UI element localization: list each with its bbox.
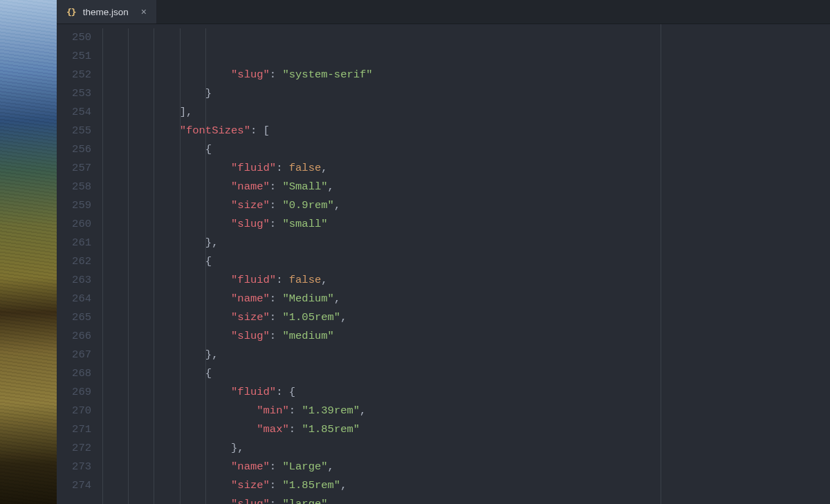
line-number: 258: [57, 178, 102, 196]
code-line[interactable]: {: [102, 364, 830, 383]
code-line[interactable]: "name": "Small",: [102, 178, 830, 196]
code-line[interactable]: "slug": "large": [102, 495, 830, 504]
editor-pane: {} theme.json × 250251252253254255256257…: [57, 0, 830, 504]
line-number: 274: [57, 476, 102, 495]
code-line[interactable]: },: [102, 439, 830, 458]
tab-bar: {} theme.json ×: [57, 0, 830, 24]
line-number: 272: [57, 439, 102, 458]
code-line[interactable]: },: [102, 234, 830, 252]
code-line[interactable]: "fluid": {: [102, 383, 830, 402]
app-root: {} theme.json × 250251252253254255256257…: [0, 0, 830, 504]
code-area[interactable]: 2502512522532542552562572582592602612622…: [57, 24, 830, 504]
code-line[interactable]: }: [102, 84, 830, 103]
line-number: 255: [57, 122, 102, 140]
line-number: 253: [57, 84, 102, 103]
line-number: 251: [57, 47, 102, 66]
desktop-wallpaper-strip: [0, 0, 57, 504]
line-number: 260: [57, 215, 102, 234]
code-line[interactable]: ],: [102, 103, 830, 122]
code-line[interactable]: "slug": "system-serif": [102, 66, 830, 84]
code-line[interactable]: "size": "1.85rem",: [102, 476, 830, 495]
tab-theme-json[interactable]: {} theme.json ×: [57, 0, 157, 24]
close-icon[interactable]: ×: [141, 6, 147, 17]
line-number: 270: [57, 402, 102, 420]
code-line[interactable]: "name": "Large",: [102, 458, 830, 476]
line-number: 262: [57, 252, 102, 271]
line-number: 250: [57, 28, 102, 47]
code-line[interactable]: "fluid": false,: [102, 271, 830, 290]
line-number: 252: [57, 66, 102, 84]
code-line[interactable]: {: [102, 252, 830, 271]
code-line[interactable]: },: [102, 346, 830, 364]
line-number: 257: [57, 159, 102, 178]
line-number: 267: [57, 346, 102, 364]
line-number: 273: [57, 458, 102, 476]
code-line[interactable]: "name": "Medium",: [102, 290, 830, 308]
code-line[interactable]: "fluid": false,: [102, 159, 830, 178]
code-line[interactable]: "min": "1.39rem",: [102, 402, 830, 420]
line-number: 259: [57, 196, 102, 215]
line-number: 256: [57, 140, 102, 159]
code-line[interactable]: "size": "0.9rem",: [102, 196, 830, 215]
code-content[interactable]: "slug": "system-serif" } ], "fontSizes":…: [102, 24, 830, 504]
line-number: 261: [57, 234, 102, 252]
code-line[interactable]: "slug": "medium": [102, 327, 830, 346]
code-line[interactable]: "fontSizes": [: [102, 122, 830, 140]
code-line[interactable]: "slug": "small": [102, 215, 830, 234]
line-number: 269: [57, 383, 102, 402]
json-file-icon: {}: [66, 7, 76, 17]
line-number: 268: [57, 364, 102, 383]
right-margin-ruler: [661, 24, 661, 504]
line-number: 265: [57, 308, 102, 327]
line-number-gutter: 2502512522532542552562572582592602612622…: [57, 24, 102, 504]
line-number: 264: [57, 290, 102, 308]
line-number: 263: [57, 271, 102, 290]
code-line[interactable]: "max": "1.85rem": [102, 420, 830, 439]
code-line[interactable]: {: [102, 140, 830, 159]
line-number: 266: [57, 327, 102, 346]
tab-filename: theme.json: [83, 7, 129, 17]
line-number: 254: [57, 103, 102, 122]
code-line[interactable]: "size": "1.05rem",: [102, 308, 830, 327]
line-number: 271: [57, 420, 102, 439]
